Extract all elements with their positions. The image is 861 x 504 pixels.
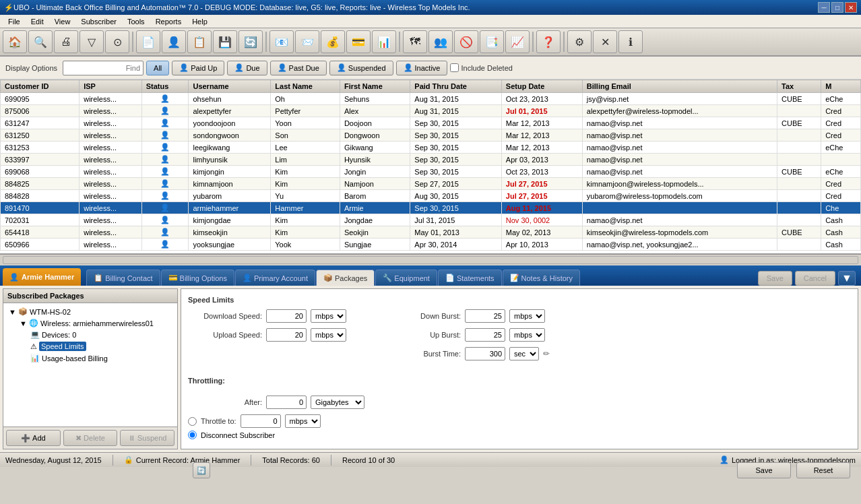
col-last-name[interactable]: Last Name [271, 80, 340, 93]
tab-nav-icon[interactable]: ▼ [838, 271, 856, 286]
table-row[interactable]: 699068 wireless... 👤 kimjongin Kim Jongi… [1, 166, 861, 178]
up-burst-unit-select[interactable]: mbps kbps [509, 328, 545, 342]
table-row[interactable]: 702031 wireless... 👤 kimjongdae Kim Jong… [1, 214, 861, 226]
filter-inactive-button[interactable]: 👤 Inactive [396, 61, 448, 75]
tab-billing-contact[interactable]: 📋 Billing Contact [86, 270, 160, 286]
down-burst-input[interactable] [465, 309, 505, 323]
disconnect-radio[interactable] [188, 431, 197, 439]
col-setup[interactable]: Setup Date [501, 80, 582, 93]
after-input[interactable] [266, 396, 307, 409]
toolbar-print-button[interactable]: 🖨 [54, 30, 78, 53]
add-button[interactable]: ➕ Add [6, 430, 61, 446]
toolbar-home-button[interactable]: 🏠 [3, 30, 27, 53]
throttle-to-input[interactable] [241, 414, 281, 428]
tree-item-usage-billing[interactable]: 📊 Usage-based Billing [6, 352, 174, 364]
menu-help[interactable]: Help [187, 16, 213, 27]
col-status[interactable]: Status [141, 80, 189, 93]
save-tab-button[interactable]: Save [758, 271, 792, 286]
tab-notes-history[interactable]: 📝 Notes & History [503, 270, 580, 286]
toolbar-invoice-button[interactable]: 💰 [321, 30, 345, 53]
menu-edit[interactable]: Edit [26, 16, 49, 27]
toolbar-chart-button[interactable]: 📈 [505, 30, 530, 53]
table-row[interactable]: 654418 wireless... 👤 kimseokjin Kim Seok… [1, 226, 861, 239]
toolbar-nav-button[interactable]: ⊙ [105, 30, 129, 53]
tree-item-package[interactable]: ▼ 📦 WTM-HS-02 [6, 306, 174, 317]
col-username[interactable]: Username [189, 80, 271, 93]
refresh-icon-button[interactable]: 🔄 [193, 462, 210, 478]
table-row[interactable]: 891470 wireless... 👤 armiehammer Hammer … [1, 202, 861, 214]
tab-primary-account[interactable]: 👤 Primary Account [235, 270, 315, 286]
col-tax[interactable]: Tax [777, 80, 821, 93]
col-m[interactable]: M [821, 80, 861, 93]
find-input[interactable] [63, 61, 144, 75]
tree-item-wireless[interactable]: ▼ 🌐 Wireless: armiehammerwireless01 [6, 317, 174, 329]
suspend-button[interactable]: ⏸ Suspend [120, 430, 174, 446]
table-row[interactable]: 631250 wireless... 👤 sondongwoon Son Don… [1, 129, 861, 141]
menu-view[interactable]: View [49, 16, 76, 27]
up-burst-input[interactable] [465, 328, 505, 342]
maximize-button[interactable]: □ [831, 2, 843, 13]
tab-billing-options[interactable]: 💳 Billing Options [161, 270, 234, 286]
toolbar-report-button[interactable]: 📊 [372, 30, 396, 53]
toolbar-save-button[interactable]: 💾 [213, 30, 237, 53]
filter-past-due-button[interactable]: 👤 Past Due [270, 61, 327, 75]
toolbar-info-button[interactable]: ℹ [618, 30, 643, 53]
tree-item-speed-limits[interactable]: ⚠ Speed Limits [6, 340, 174, 352]
col-email[interactable]: Billing Email [582, 80, 777, 93]
toolbar-map-button[interactable]: 🗺 [403, 30, 427, 53]
form-reset-button[interactable]: Reset [796, 462, 850, 478]
tab-statements[interactable]: 📄 Statements [438, 270, 502, 286]
table-row[interactable]: 631253 wireless... 👤 leegikwang Lee Gikw… [1, 141, 861, 154]
col-first-name[interactable]: First Name [340, 80, 410, 93]
include-deleted-label[interactable]: Include Deleted [450, 63, 512, 72]
subscriber-table-area[interactable]: Customer ID ISP Status Username Last Nam… [0, 80, 861, 255]
toolbar-spam-button[interactable]: 🚫 [454, 30, 478, 53]
toolbar-bill-button[interactable]: 📑 [480, 30, 504, 53]
burst-time-edit-icon[interactable]: ✏ [543, 349, 550, 358]
col-paid-thru[interactable]: Paid Thru Date [410, 80, 501, 93]
download-speed-unit-select[interactable]: mbps kbps [311, 309, 346, 323]
hscroll-track[interactable] [3, 256, 858, 264]
toolbar-search-button[interactable]: 🔍 [28, 30, 53, 53]
form-save-button[interactable]: Save [737, 462, 791, 478]
toolbar-new-button[interactable]: 📄 [136, 30, 160, 53]
table-row[interactable]: 650966 wireless... 👤 yooksungjae Yook Su… [1, 239, 861, 251]
subscriber-name-tab[interactable]: 👤 Armie Hammer [3, 268, 81, 286]
include-deleted-checkbox[interactable] [450, 63, 459, 72]
after-unit-select[interactable]: Gigabytes Megabytes [311, 396, 364, 409]
upload-speed-input[interactable] [266, 328, 307, 342]
table-row[interactable]: 884828 wireless... 👤 yubarom Yu Barom Au… [1, 190, 861, 202]
table-row[interactable]: 875006 wireless... 👤 alexpettyfer Pettyf… [1, 105, 861, 117]
col-isp[interactable]: ISP [79, 80, 142, 93]
toolbar-user-button[interactable]: 👥 [428, 30, 453, 53]
menu-subscriber[interactable]: Subscriber [75, 16, 122, 27]
throttle-to-radio[interactable] [188, 417, 197, 426]
filter-all-button[interactable]: All [146, 61, 169, 75]
toolbar-edit-button[interactable]: 👤 [162, 30, 186, 53]
cancel-tab-button[interactable]: Cancel [795, 271, 835, 286]
tab-packages[interactable]: 📦 Packages [316, 270, 375, 286]
toolbar-close-button[interactable]: ✕ [593, 30, 617, 53]
table-row[interactable]: 633997 wireless... 👤 limhyunsik Lim Hyun… [1, 154, 861, 166]
toolbar-filter-button[interactable]: ▽ [79, 30, 104, 53]
menu-tools[interactable]: Tools [122, 16, 150, 27]
toolbar-send-button[interactable]: 📨 [295, 30, 319, 53]
toolbar-delete-button[interactable]: 📋 [187, 30, 212, 53]
delete-button[interactable]: ✖ Delete [63, 430, 118, 446]
down-burst-unit-select[interactable]: mbps kbps [509, 309, 545, 323]
toolbar-email-button[interactable]: 📧 [269, 30, 294, 53]
toolbar-help-button[interactable]: ❓ [536, 30, 561, 53]
burst-time-input[interactable] [465, 347, 505, 360]
menu-file[interactable]: File [3, 16, 26, 27]
upload-speed-unit-select[interactable]: mbps kbps [311, 328, 346, 342]
minimize-button[interactable]: ─ [818, 2, 830, 13]
tree-item-devices[interactable]: 💻 Devices: 0 [6, 329, 174, 340]
table-row[interactable]: 884825 wireless... 👤 kimnamjoon Kim Namj… [1, 178, 861, 190]
toolbar-settings-button[interactable]: ⚙ [567, 30, 592, 53]
close-button[interactable]: ✕ [845, 2, 857, 13]
tab-equipment[interactable]: 🔧 Equipment [375, 270, 437, 286]
filter-paid-up-button[interactable]: 👤 Paid Up [172, 61, 224, 75]
download-speed-input[interactable] [266, 309, 307, 323]
throttle-to-unit-select[interactable]: mbps kbps [285, 414, 321, 428]
table-row[interactable]: 631247 wireless... 👤 yoondoojoon Yoon Do… [1, 117, 861, 129]
